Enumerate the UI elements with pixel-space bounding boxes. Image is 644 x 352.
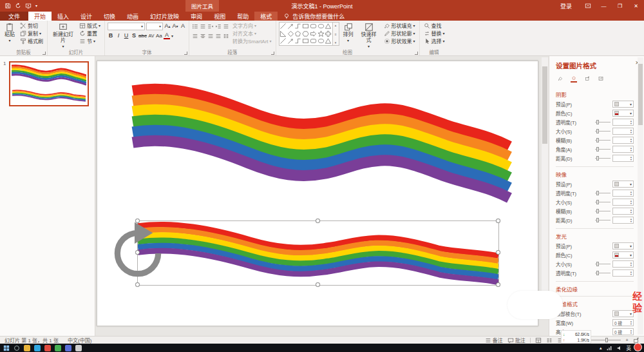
shape-icon[interactable] — [279, 30, 287, 38]
rainbow-picture-large[interactable] — [133, 83, 509, 215]
pane-section-0[interactable]: 阴影 — [556, 90, 634, 98]
shape-icon[interactable] — [287, 37, 294, 45]
customize-qat-icon[interactable]: ▾ — [35, 4, 37, 8]
align-right-icon[interactable] — [207, 33, 214, 39]
align-text-button[interactable]: 对齐文本▾ — [231, 30, 273, 37]
slider-thumb[interactable] — [596, 156, 599, 161]
ime-language-indicator[interactable]: 英 — [627, 344, 632, 351]
slider[interactable] — [595, 220, 611, 220]
tray-expand-icon[interactable]: ▴ — [600, 346, 602, 350]
layout-button[interactable]: 版式▾ — [78, 22, 102, 29]
shape-icon[interactable] — [309, 23, 317, 30]
sign-in-button[interactable]: 登录 — [560, 2, 572, 10]
slider[interactable] — [595, 193, 611, 193]
value-spinner[interactable]: ▴▾ — [612, 119, 634, 126]
value-spinner[interactable]: ▴▾ — [612, 190, 634, 197]
slider-thumb[interactable] — [596, 191, 599, 195]
italic-button[interactable]: I — [115, 32, 122, 39]
shape-icon[interactable] — [309, 37, 317, 45]
slider-thumb[interactable] — [596, 200, 599, 204]
columns-icon[interactable] — [223, 33, 229, 39]
shape-icon[interactable] — [317, 23, 325, 30]
selection-handle[interactable] — [316, 282, 320, 287]
selection-handle[interactable] — [496, 282, 500, 287]
shape-icon[interactable] — [279, 37, 287, 45]
align-center-icon[interactable] — [200, 33, 206, 39]
notes-button[interactable]: 备注 — [485, 337, 503, 344]
shape-icon[interactable] — [325, 23, 332, 30]
justify-icon[interactable] — [215, 33, 222, 39]
effects-icon[interactable] — [571, 76, 577, 83]
shape-icon[interactable] — [325, 30, 332, 38]
shape-icon[interactable] — [294, 30, 302, 38]
app-icon[interactable] — [75, 345, 82, 351]
selection-handle[interactable] — [316, 219, 320, 223]
value-spinner[interactable]: ▴▾ — [612, 128, 634, 135]
shape-outline-button[interactable]: 形状轮廓▾ — [383, 30, 417, 37]
value-spinner[interactable]: ▴▾ — [612, 269, 634, 277]
zoom-in-button[interactable]: + — [625, 337, 629, 343]
shape-icon[interactable] — [317, 37, 325, 45]
section-button[interactable]: 节▾ — [78, 37, 102, 44]
clear-formatting-button[interactable]: A — [180, 23, 186, 30]
preset-dropdown[interactable]: ▾ — [612, 181, 634, 188]
slider[interactable] — [595, 202, 611, 202]
bullets-icon[interactable] — [192, 23, 198, 30]
value-spinner[interactable]: ▴▾ — [612, 146, 634, 153]
text-shadow-button[interactable]: S — [131, 32, 137, 39]
zoom-slider[interactable] — [591, 340, 621, 340]
shape-fill-button[interactable]: 形状填充▾ — [383, 22, 417, 29]
picture-icon[interactable] — [598, 76, 604, 83]
close-button[interactable]: ✕ — [628, 0, 644, 12]
browser-icon[interactable] — [34, 345, 41, 351]
save-icon[interactable] — [5, 3, 11, 9]
shape-icon[interactable] — [309, 30, 317, 38]
tab-幻灯片放映[interactable]: 幻灯片放映 — [144, 12, 185, 21]
comments-button[interactable]: 批注 — [507, 337, 526, 344]
tab-帮助[interactable]: 帮助 — [231, 12, 254, 21]
vertical-scrollbar[interactable] — [542, 57, 548, 318]
value-spinner[interactable]: ▴▾ — [612, 199, 634, 206]
slider-thumb[interactable] — [596, 262, 599, 266]
increase-font-size-button[interactable]: A▴ — [164, 23, 171, 30]
slider[interactable] — [595, 131, 611, 132]
color-dropdown[interactable]: ▾ — [612, 110, 634, 117]
underline-button[interactable]: U — [123, 32, 129, 39]
pane-section-3[interactable]: 柔化边缘 — [556, 285, 634, 293]
shape-icon[interactable] — [287, 30, 294, 38]
value-spinner[interactable]: ▴▾ — [612, 155, 634, 162]
change-case-button[interactable]: Aa — [156, 32, 162, 39]
value-spinner[interactable]: 0 磅▴▾ — [612, 319, 634, 326]
slider-thumb[interactable] — [596, 147, 599, 152]
pane-section-1[interactable]: 映像 — [556, 170, 634, 178]
size-properties-icon[interactable] — [584, 76, 591, 83]
shape-icon[interactable] — [317, 30, 325, 38]
tab-file[interactable]: 文件 — [0, 12, 28, 21]
value-spinner[interactable]: ▴▾ — [612, 217, 634, 224]
selection-handle[interactable] — [496, 219, 500, 223]
replace-button[interactable]: 替换▾ — [422, 30, 446, 37]
dialog-launcher-icon[interactable] — [415, 52, 418, 55]
shape-icon[interactable] — [302, 37, 310, 45]
tab-format-contextual[interactable]: 格式 — [254, 12, 278, 21]
slider-thumb[interactable] — [596, 209, 599, 213]
fit-to-window-icon[interactable] — [633, 337, 639, 344]
select-button[interactable]: 选择▾ — [422, 37, 446, 44]
network-icon[interactable] — [606, 345, 612, 351]
minimize-button[interactable]: — — [596, 0, 612, 12]
selection-box[interactable] — [137, 220, 499, 286]
app-icon[interactable] — [55, 345, 61, 351]
selection-handle[interactable] — [135, 219, 140, 223]
search-icon[interactable] — [14, 346, 19, 351]
maximize-button[interactable]: ❐ — [612, 0, 628, 12]
shape-icon[interactable] — [294, 37, 302, 45]
folder-icon[interactable] — [24, 345, 30, 351]
slider[interactable] — [595, 122, 611, 122]
tab-切换[interactable]: 切换 — [98, 12, 121, 21]
format-painter-button[interactable]: 格式刷 — [19, 37, 44, 44]
start-button-icon[interactable] — [3, 345, 10, 351]
paste-button[interactable]: 粘贴▾ — [3, 22, 17, 43]
decrease-indent-icon[interactable] — [207, 23, 214, 30]
tell-me-box[interactable]: 告诉我你想要做什么 — [278, 12, 350, 21]
tab-插入[interactable]: 插入 — [52, 12, 75, 21]
